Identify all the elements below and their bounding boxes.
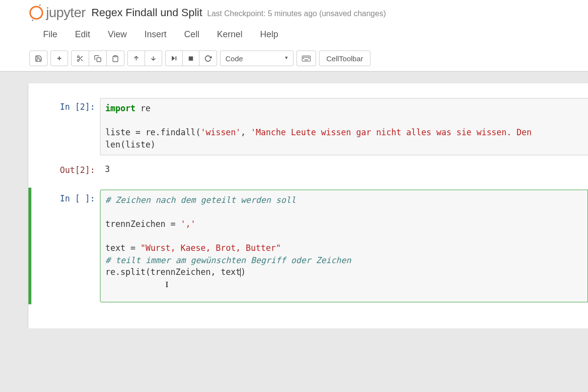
svg-marker-11	[172, 56, 175, 60]
menu-file[interactable]: File	[34, 25, 66, 44]
insert-cell-button[interactable]	[50, 50, 68, 66]
in-prompt: In [ ]:	[31, 190, 100, 302]
save-button[interactable]	[29, 50, 48, 66]
move-group	[127, 50, 162, 66]
svg-point-16	[305, 57, 305, 57]
cell-output: 3	[100, 161, 588, 177]
notebook-header: jupyter Regex Findall und Split Last Che…	[0, 0, 588, 24]
restart-button[interactable]	[199, 50, 217, 66]
cell-input[interactable]: # Zeichen nach dem geteilt werden soll t…	[100, 190, 588, 302]
celltype-select-wrap: Code	[220, 50, 294, 66]
output-row: Out[2]: 3	[28, 159, 588, 179]
copy-icon	[94, 55, 101, 62]
celltype-select[interactable]: Code	[220, 50, 294, 66]
menu-help[interactable]: Help	[251, 25, 287, 44]
svg-point-19	[309, 57, 309, 57]
stop-icon	[188, 55, 194, 62]
svg-rect-13	[189, 56, 193, 61]
out-prompt: Out[2]:	[31, 161, 100, 177]
plus-icon	[56, 55, 63, 62]
svg-line-5	[81, 59, 82, 61]
step-forward-icon	[171, 55, 177, 62]
toolbar: Code CellToolbar	[0, 48, 588, 72]
notebook-container: In [2]: import re liste = re.findall('wi…	[28, 83, 588, 328]
run-button[interactable]	[165, 50, 183, 66]
notebook-title[interactable]: Regex Findall und Split	[92, 6, 202, 19]
in-prompt: In [2]:	[31, 98, 100, 155]
cut-button[interactable]	[71, 50, 89, 66]
code-cell[interactable]: In [ ]: # Zeichen nach dem geteilt werde…	[28, 188, 588, 304]
svg-point-17	[306, 57, 306, 57]
save-icon	[35, 55, 42, 62]
command-palette-button[interactable]	[296, 50, 316, 66]
restart-icon	[204, 55, 212, 62]
svg-point-18	[307, 57, 308, 57]
title-area: Regex Findall und Split Last Checkpoint:…	[92, 6, 386, 19]
run-group	[165, 50, 217, 66]
keyboard-icon	[302, 55, 311, 62]
checkpoint-status: Last Checkpoint: 5 minutes ago (unsaved …	[207, 9, 386, 18]
paste-button[interactable]	[106, 50, 124, 66]
svg-rect-8	[114, 55, 117, 57]
edit-group	[71, 50, 124, 66]
move-down-button[interactable]	[145, 50, 162, 66]
svg-point-21	[309, 58, 309, 58]
interrupt-button[interactable]	[182, 50, 199, 66]
menubar: File Edit View Insert Cell Kernel Help	[0, 24, 588, 48]
svg-line-6	[79, 57, 80, 58]
svg-point-15	[303, 57, 304, 57]
move-up-button[interactable]	[127, 50, 145, 66]
cut-icon	[76, 55, 84, 62]
menu-edit[interactable]: Edit	[66, 25, 99, 44]
arrow-down-icon	[150, 55, 157, 62]
code-cell[interactable]: In [2]: import re liste = re.findall('wi…	[28, 96, 588, 157]
svg-point-3	[77, 59, 79, 61]
jupyter-logo-text: jupyter	[46, 5, 86, 21]
menu-kernel[interactable]: Kernel	[208, 25, 251, 44]
svg-point-20	[303, 58, 304, 58]
copy-button[interactable]	[89, 50, 107, 66]
menu-insert[interactable]: Insert	[136, 25, 175, 44]
svg-rect-7	[97, 57, 101, 61]
paste-icon	[112, 55, 119, 62]
jupyter-logo[interactable]: jupyter	[29, 5, 86, 21]
menu-cell[interactable]: Cell	[175, 25, 208, 44]
cell-input[interactable]: import re liste = re.findall('wissen', '…	[100, 98, 588, 155]
menu-view[interactable]: View	[99, 25, 136, 44]
jupyter-logo-icon	[29, 6, 43, 20]
celltoolbar-button[interactable]: CellToolbar	[319, 50, 370, 66]
svg-point-2	[77, 55, 79, 57]
arrow-up-icon	[133, 55, 140, 62]
